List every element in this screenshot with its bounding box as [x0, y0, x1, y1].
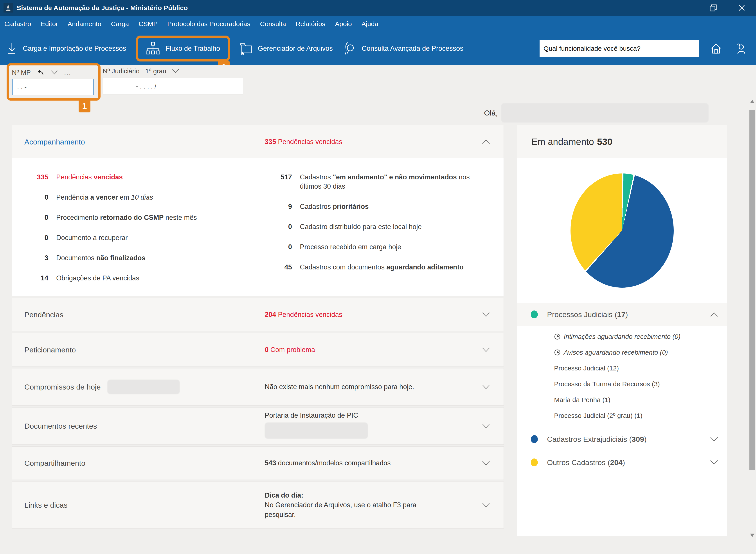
- scrollbar-thumb[interactable]: [749, 110, 755, 470]
- chevron-down-icon[interactable]: [482, 385, 490, 389]
- compromissos-header[interactable]: Compromissos de hoje Não existe mais nen…: [12, 369, 504, 405]
- acompanhamento-alert-count: 335: [265, 138, 276, 146]
- chevron-down-icon[interactable]: [172, 69, 179, 73]
- sublist-item[interactable]: Avisos aguardando recebimento (0): [554, 348, 727, 357]
- home-button[interactable]: [709, 42, 723, 56]
- chevron-down-icon[interactable]: [482, 461, 490, 465]
- chevron-down-icon[interactable]: [482, 347, 490, 352]
- greeting-prefix: Olá,: [484, 109, 498, 117]
- sublist-item[interactable]: Processo Judicial (2º grau) (1): [554, 411, 727, 420]
- acompanhamento-right-column: 517 Cadastros "em andamento" e não movim…: [256, 173, 491, 283]
- peticionamento-header[interactable]: Peticionamento 0 Com problema: [12, 333, 504, 366]
- restore-button[interactable]: [699, 0, 728, 16]
- stat-item[interactable]: 0 Documento a recuperar: [12, 233, 256, 242]
- vertical-scrollbar[interactable]: [749, 97, 756, 554]
- fluxo-trabalho-button[interactable]: Fluxo de Trabalho: [146, 41, 220, 56]
- app-window: Sistema de Automação da Justiça - Minist…: [0, 0, 756, 554]
- chevron-down-icon[interactable]: [710, 460, 718, 465]
- recent-document-title[interactable]: Portaria de Instauração de PIC: [265, 411, 358, 419]
- menu-item-editor[interactable]: Editor: [41, 20, 58, 28]
- blue-dot: [531, 435, 538, 443]
- process-number-formbar: Nº MP … . . - 1 Nº Judiciário 1º grau: [0, 65, 756, 102]
- links-dicas-header[interactable]: Links e dicas Dica do dia: No Gerenciado…: [12, 482, 504, 528]
- shared-count: 543: [265, 459, 276, 467]
- chevron-down-icon[interactable]: [482, 312, 490, 317]
- chevron-down-icon[interactable]: [482, 503, 490, 507]
- legend-outros-cadastros[interactable]: Outros Cadastros (204): [517, 451, 727, 474]
- menu-item-relatorios[interactable]: Relatórios: [296, 20, 325, 28]
- step-1-badge: 1: [78, 100, 91, 112]
- stat-item[interactable]: 0 Pendência a vencer em 10 dias: [12, 193, 256, 202]
- mp-number-mask: . . -: [17, 83, 26, 91]
- stat-item[interactable]: 9 Cadastros prioritários: [256, 202, 491, 211]
- gerenciador-arquivos-button[interactable]: Gerenciador de Arquivos: [240, 42, 333, 55]
- pie-chart-area: [517, 158, 727, 303]
- window-controls: [671, 0, 756, 16]
- judiciario-number-input[interactable]: - . . . . /: [103, 78, 243, 95]
- legend-label: Processos Judiciais (17): [547, 310, 628, 319]
- scroll-up-arrow-icon[interactable]: [750, 100, 754, 103]
- chevron-up-icon[interactable]: [710, 312, 718, 317]
- stat-item[interactable]: 335 Pendências vencidas: [12, 173, 256, 182]
- close-button[interactable]: [728, 0, 756, 16]
- menu-item-csmp[interactable]: CSMP: [138, 20, 158, 28]
- clock-icon: [554, 349, 561, 356]
- chevron-down-icon[interactable]: [482, 424, 490, 428]
- sublist-item[interactable]: Processo da Turma de Recursos (3): [554, 380, 727, 388]
- sublist-item[interactable]: Processo Judicial (12): [554, 364, 727, 373]
- section-peticionamento: Peticionamento 0 Com problema: [12, 333, 504, 367]
- pendencias-header[interactable]: Pendências 204 Pendências vencidas: [12, 298, 504, 331]
- redacted-user-name: [501, 103, 709, 122]
- stat-item[interactable]: 14 Obrigações de PA vencidas: [12, 274, 256, 283]
- consulta-avancada-button[interactable]: Consulta Avançada de Processos: [343, 42, 463, 55]
- compartilhamento-header[interactable]: Compartilhamento 543 documentos/modelos …: [12, 447, 504, 480]
- menu-item-andamento[interactable]: Andamento: [68, 20, 101, 28]
- stat-item[interactable]: 0 Procedimento retornado do CSMP neste m…: [12, 213, 256, 222]
- carga-importacao-button[interactable]: Carga e Importação de Processos: [6, 42, 126, 55]
- section-pendencias: Pendências 204 Pendências vencidas: [12, 298, 504, 331]
- legend-cadastros-extrajudiciais[interactable]: Cadastros Extrajudiciais (309): [517, 428, 727, 451]
- toolbar-button-label: Fluxo de Trabalho: [166, 45, 220, 52]
- mp-number-highlight-box: Nº MP … . . - 1: [7, 63, 101, 101]
- restore-icon: [709, 4, 717, 12]
- processos-judiciais-sublist: Intimações aguardando recebimento (0) Av…: [517, 326, 727, 428]
- scroll-down-arrow-icon[interactable]: [750, 534, 754, 537]
- stat-item[interactable]: 517 Cadastros "em andamento" e não movim…: [256, 173, 491, 191]
- stat-item[interactable]: 45 Cadastros com documentos aguardando a…: [256, 263, 491, 272]
- sublist-item[interactable]: Intimações aguardando recebimento (0): [554, 332, 727, 341]
- menu-item-apoio[interactable]: Apoio: [335, 20, 352, 28]
- redacted-compromissos-info: [107, 380, 180, 394]
- toolbar-button-label: Consulta Avançada de Processos: [362, 45, 463, 52]
- stat-item[interactable]: 0 Processo recebido em carga hoje: [256, 242, 491, 252]
- stat-item[interactable]: 0 Cadastro distribuído para este local h…: [256, 222, 491, 231]
- legend-processos-judiciais[interactable]: Processos Judiciais (17): [517, 303, 727, 326]
- menu-item-ajuda[interactable]: Ajuda: [361, 20, 379, 28]
- mp-number-input[interactable]: . . -: [12, 78, 94, 95]
- title-bar: Sistema de Automação da Justiça - Minist…: [0, 0, 756, 16]
- sublist-item[interactable]: Maria da Penha (1): [554, 395, 727, 404]
- acompanhamento-title: Acompanhamento: [24, 138, 265, 146]
- user-button[interactable]: [733, 42, 747, 56]
- clock-icon: [554, 333, 561, 340]
- documentos-header[interactable]: Documentos recentes Portaria de Instaura…: [12, 407, 504, 444]
- functionality-search-input[interactable]: [539, 40, 699, 57]
- acompanhamento-alert-text: Pendências vencidas: [276, 138, 342, 146]
- menu-item-carga[interactable]: Carga: [111, 20, 129, 28]
- search-doc-icon: [343, 42, 356, 55]
- chevron-up-icon[interactable]: [482, 140, 490, 144]
- menu-item-protocolo[interactable]: Protocolo das Procuradorias: [167, 20, 250, 28]
- em-andamento-pie-chart[interactable]: [571, 173, 674, 288]
- menu-item-consulta[interactable]: Consulta: [260, 20, 286, 28]
- minimize-button[interactable]: [671, 0, 699, 16]
- chevron-down-icon[interactable]: [710, 437, 718, 442]
- ellipsis-icon[interactable]: …: [64, 68, 72, 77]
- dashboard-accordion: Acompanhamento 335 Pendências vencidas 3…: [12, 125, 504, 529]
- chevron-down-icon[interactable]: [51, 70, 58, 75]
- redacted-document-number: [265, 423, 368, 439]
- acompanhamento-header[interactable]: Acompanhamento 335 Pendências vencidas: [12, 125, 504, 158]
- menu-item-cadastro[interactable]: Cadastro: [4, 20, 31, 28]
- stat-item[interactable]: 3 Documentos não finalizados: [12, 254, 256, 263]
- app-logo-icon: [3, 3, 13, 12]
- undo-icon[interactable]: [37, 68, 45, 76]
- shared-text: documentos/modelos compartilhados: [276, 459, 391, 467]
